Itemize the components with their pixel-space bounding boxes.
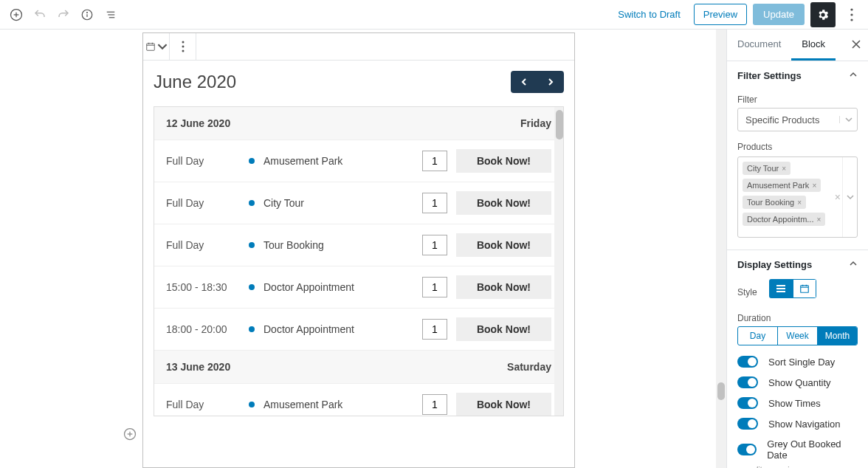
editor-note: no editor preview xyxy=(737,465,858,468)
svg-point-10 xyxy=(850,13,852,16)
info-icon[interactable] xyxy=(77,4,97,25)
svg-rect-23 xyxy=(776,288,785,289)
event-name: City Tour xyxy=(264,197,413,209)
event-name: Tour Booking xyxy=(264,239,413,251)
toggle-label: Show Navigation xyxy=(768,419,841,430)
listing-scrollbar[interactable] xyxy=(554,107,563,416)
toggle-label: Grey Out Booked Date xyxy=(767,438,858,461)
filter-select[interactable]: Specific Products xyxy=(737,108,858,131)
toggle-switch[interactable] xyxy=(737,444,757,455)
products-multiselect[interactable]: City Tour×Amusement Park×Tour Booking×Do… xyxy=(737,156,858,238)
book-now-button[interactable]: Book Now! xyxy=(456,233,551,257)
settings-sidebar: Document Block Filter Settings Filter Sp… xyxy=(726,30,868,468)
quantity-input[interactable] xyxy=(422,151,447,171)
day-weekday: Friday xyxy=(520,117,551,129)
book-now-button[interactable]: Book Now! xyxy=(456,191,551,215)
day-date: 13 June 2020 xyxy=(166,361,230,373)
event-row: Full DayCity TourBook Now! xyxy=(154,182,563,224)
event-name: Amusement Park xyxy=(264,399,413,410)
quantity-input[interactable] xyxy=(422,277,447,297)
duration-segment: DayWeekMonth xyxy=(737,326,858,345)
duration-month[interactable]: Month xyxy=(817,327,857,345)
filter-value: Specific Products xyxy=(738,114,839,125)
toggle-row: Show Quantity xyxy=(737,376,858,388)
dot-icon xyxy=(249,158,255,164)
products-label: Products xyxy=(737,142,858,152)
toggle-row: Show Times xyxy=(737,397,858,409)
toggle-switch[interactable] xyxy=(737,376,758,388)
remove-tag-icon[interactable]: × xyxy=(782,165,786,173)
event-name: Amusement Park xyxy=(264,155,413,167)
calendar-nav xyxy=(511,71,564,93)
tab-block[interactable]: Block xyxy=(791,30,836,61)
redo-icon[interactable] xyxy=(53,4,74,25)
more-vertical-icon[interactable] xyxy=(841,4,862,25)
toggle-switch[interactable] xyxy=(737,418,758,430)
quantity-input[interactable] xyxy=(422,394,447,415)
next-month-button[interactable] xyxy=(537,71,564,93)
book-now-button[interactable]: Book Now! xyxy=(456,275,551,299)
toggle-label: Show Times xyxy=(768,398,821,409)
toggle-row: Sort Single Day xyxy=(737,356,858,368)
dot-icon xyxy=(249,284,255,290)
toggle-label: Show Quantity xyxy=(768,377,831,388)
top-toolbar: Switch to Draft Preview Update xyxy=(0,0,868,30)
book-now-button[interactable]: Book Now! xyxy=(456,149,551,173)
chevron-down-icon xyxy=(847,192,854,203)
quantity-input[interactable] xyxy=(422,319,447,340)
close-sidebar-icon[interactable] xyxy=(847,35,865,53)
booking-calendar-block[interactable]: June 2020 12 June 2020FridayFull DayAmus… xyxy=(142,32,575,468)
product-tag: Tour Booking× xyxy=(743,196,806,209)
svg-point-17 xyxy=(182,46,184,48)
event-row: Full DayTour BookingBook Now! xyxy=(154,224,563,266)
book-now-button[interactable]: Book Now! xyxy=(456,393,551,416)
event-row: Full DayAmusement ParkBook Now! xyxy=(154,140,563,182)
dot-icon xyxy=(249,200,255,206)
outline-icon[interactable] xyxy=(100,4,121,25)
remove-tag-icon[interactable]: × xyxy=(812,182,816,190)
dot-icon xyxy=(249,402,255,407)
add-block-icon[interactable] xyxy=(6,4,27,25)
display-settings-title: Display Settings xyxy=(737,259,812,270)
toggle-switch[interactable] xyxy=(737,397,758,409)
style-label: Style xyxy=(737,287,757,297)
dot-icon xyxy=(249,242,255,248)
svg-point-18 xyxy=(182,50,184,52)
style-calendar-button[interactable] xyxy=(793,279,816,298)
tag-label: Amusement Park xyxy=(747,181,809,190)
duration-label: Duration xyxy=(737,313,858,323)
block-type-icon[interactable] xyxy=(143,33,170,60)
chevron-up-icon xyxy=(849,259,858,270)
tab-document[interactable]: Document xyxy=(727,30,791,61)
tag-label: City Tour xyxy=(747,164,779,173)
book-now-button[interactable]: Book Now! xyxy=(456,317,551,341)
prev-month-button[interactable] xyxy=(511,71,537,93)
remove-tag-icon[interactable]: × xyxy=(797,199,802,207)
filter-settings-header[interactable]: Filter Settings xyxy=(727,61,868,90)
switch-draft-link[interactable]: Switch to Draft xyxy=(610,9,688,20)
style-list-button[interactable] xyxy=(769,279,793,298)
settings-gear-icon[interactable] xyxy=(810,2,836,27)
display-settings-header[interactable]: Display Settings xyxy=(727,250,868,279)
preview-button[interactable]: Preview xyxy=(694,4,747,25)
undo-icon[interactable] xyxy=(30,4,50,25)
product-tag: City Tour× xyxy=(743,162,790,175)
quantity-input[interactable] xyxy=(422,193,447,213)
duration-week[interactable]: Week xyxy=(777,327,817,345)
remove-tag-icon[interactable]: × xyxy=(817,216,822,224)
quantity-input[interactable] xyxy=(422,235,447,255)
block-more-icon[interactable] xyxy=(170,33,196,60)
event-row: 18:00 - 20:00Doctor AppointmentBook Now! xyxy=(154,309,563,351)
event-time: Full Day xyxy=(166,239,240,251)
toggle-switch[interactable] xyxy=(737,356,758,368)
chevron-up-icon xyxy=(849,70,858,81)
event-row: 15:00 - 18:30Doctor AppointmentBook Now! xyxy=(154,266,563,309)
event-name: Doctor Appointment xyxy=(264,281,413,293)
canvas-scrollbar[interactable] xyxy=(716,30,726,468)
duration-day[interactable]: Day xyxy=(738,327,777,345)
svg-rect-25 xyxy=(800,286,808,292)
add-block-below-icon[interactable] xyxy=(120,424,140,444)
svg-rect-12 xyxy=(146,44,154,50)
clear-products-icon[interactable]: × xyxy=(835,191,841,203)
editor-canvas: June 2020 12 June 2020FridayFull DayAmus… xyxy=(0,30,726,468)
